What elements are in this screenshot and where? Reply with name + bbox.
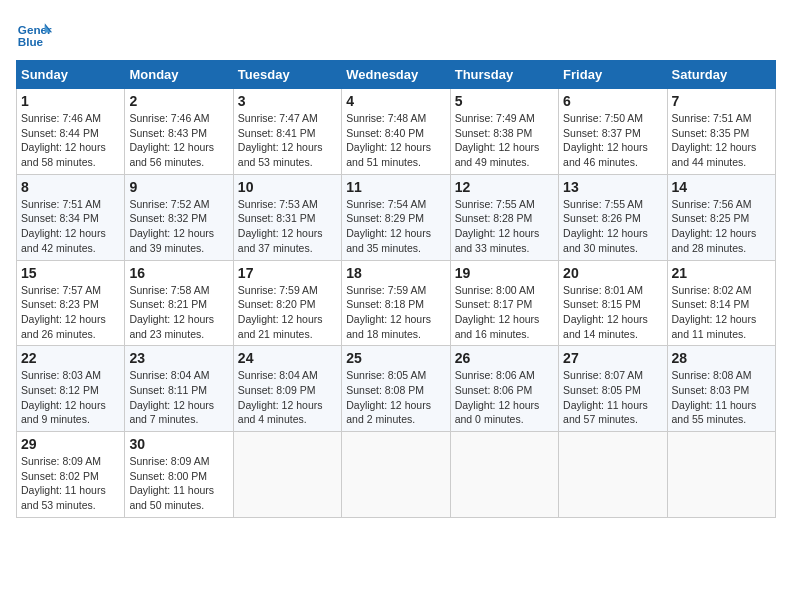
calendar-week-row: 22 Sunrise: 8:03 AM Sunset: 8:12 PM Dayl… [17, 346, 776, 432]
calendar-cell: 6 Sunrise: 7:50 AM Sunset: 8:37 PM Dayli… [559, 89, 667, 175]
calendar-cell [342, 432, 450, 518]
day-info: Sunrise: 7:51 AM Sunset: 8:34 PM Dayligh… [21, 197, 120, 256]
day-info: Sunrise: 7:50 AM Sunset: 8:37 PM Dayligh… [563, 111, 662, 170]
calendar-cell: 25 Sunrise: 8:05 AM Sunset: 8:08 PM Dayl… [342, 346, 450, 432]
calendar-cell: 15 Sunrise: 7:57 AM Sunset: 8:23 PM Dayl… [17, 260, 125, 346]
weekday-header-sunday: Sunday [17, 61, 125, 89]
weekday-header-friday: Friday [559, 61, 667, 89]
calendar-cell: 7 Sunrise: 7:51 AM Sunset: 8:35 PM Dayli… [667, 89, 775, 175]
day-number: 18 [346, 265, 445, 281]
calendar-cell: 19 Sunrise: 8:00 AM Sunset: 8:17 PM Dayl… [450, 260, 558, 346]
calendar-cell: 18 Sunrise: 7:59 AM Sunset: 8:18 PM Dayl… [342, 260, 450, 346]
day-info: Sunrise: 7:55 AM Sunset: 8:26 PM Dayligh… [563, 197, 662, 256]
day-number: 13 [563, 179, 662, 195]
calendar-cell: 11 Sunrise: 7:54 AM Sunset: 8:29 PM Dayl… [342, 174, 450, 260]
calendar-cell: 3 Sunrise: 7:47 AM Sunset: 8:41 PM Dayli… [233, 89, 341, 175]
calendar-cell: 10 Sunrise: 7:53 AM Sunset: 8:31 PM Dayl… [233, 174, 341, 260]
day-number: 5 [455, 93, 554, 109]
day-number: 28 [672, 350, 771, 366]
day-number: 30 [129, 436, 228, 452]
day-number: 15 [21, 265, 120, 281]
day-number: 22 [21, 350, 120, 366]
day-number: 1 [21, 93, 120, 109]
day-number: 20 [563, 265, 662, 281]
logo: General Blue [16, 16, 56, 52]
calendar-cell: 30 Sunrise: 8:09 AM Sunset: 8:00 PM Dayl… [125, 432, 233, 518]
calendar-cell: 12 Sunrise: 7:55 AM Sunset: 8:28 PM Dayl… [450, 174, 558, 260]
day-info: Sunrise: 7:46 AM Sunset: 8:43 PM Dayligh… [129, 111, 228, 170]
day-number: 11 [346, 179, 445, 195]
day-number: 2 [129, 93, 228, 109]
day-number: 10 [238, 179, 337, 195]
day-info: Sunrise: 8:04 AM Sunset: 8:09 PM Dayligh… [238, 368, 337, 427]
calendar-cell [450, 432, 558, 518]
day-number: 29 [21, 436, 120, 452]
calendar-cell [667, 432, 775, 518]
day-info: Sunrise: 7:56 AM Sunset: 8:25 PM Dayligh… [672, 197, 771, 256]
calendar-cell: 9 Sunrise: 7:52 AM Sunset: 8:32 PM Dayli… [125, 174, 233, 260]
day-info: Sunrise: 7:58 AM Sunset: 8:21 PM Dayligh… [129, 283, 228, 342]
day-number: 7 [672, 93, 771, 109]
calendar-cell: 2 Sunrise: 7:46 AM Sunset: 8:43 PM Dayli… [125, 89, 233, 175]
day-number: 16 [129, 265, 228, 281]
day-info: Sunrise: 7:59 AM Sunset: 8:20 PM Dayligh… [238, 283, 337, 342]
calendar-cell: 17 Sunrise: 7:59 AM Sunset: 8:20 PM Dayl… [233, 260, 341, 346]
day-number: 21 [672, 265, 771, 281]
page-header: General Blue [16, 16, 776, 52]
day-number: 25 [346, 350, 445, 366]
calendar-cell: 5 Sunrise: 7:49 AM Sunset: 8:38 PM Dayli… [450, 89, 558, 175]
day-number: 23 [129, 350, 228, 366]
calendar-cell: 8 Sunrise: 7:51 AM Sunset: 8:34 PM Dayli… [17, 174, 125, 260]
calendar-cell: 16 Sunrise: 7:58 AM Sunset: 8:21 PM Dayl… [125, 260, 233, 346]
day-info: Sunrise: 8:05 AM Sunset: 8:08 PM Dayligh… [346, 368, 445, 427]
day-info: Sunrise: 7:49 AM Sunset: 8:38 PM Dayligh… [455, 111, 554, 170]
day-number: 9 [129, 179, 228, 195]
day-info: Sunrise: 7:52 AM Sunset: 8:32 PM Dayligh… [129, 197, 228, 256]
calendar-cell: 23 Sunrise: 8:04 AM Sunset: 8:11 PM Dayl… [125, 346, 233, 432]
day-number: 8 [21, 179, 120, 195]
day-number: 26 [455, 350, 554, 366]
calendar-cell: 13 Sunrise: 7:55 AM Sunset: 8:26 PM Dayl… [559, 174, 667, 260]
weekday-header-saturday: Saturday [667, 61, 775, 89]
weekday-header-tuesday: Tuesday [233, 61, 341, 89]
day-number: 3 [238, 93, 337, 109]
calendar-cell: 22 Sunrise: 8:03 AM Sunset: 8:12 PM Dayl… [17, 346, 125, 432]
calendar-cell: 1 Sunrise: 7:46 AM Sunset: 8:44 PM Dayli… [17, 89, 125, 175]
day-info: Sunrise: 8:04 AM Sunset: 8:11 PM Dayligh… [129, 368, 228, 427]
day-info: Sunrise: 8:00 AM Sunset: 8:17 PM Dayligh… [455, 283, 554, 342]
day-info: Sunrise: 8:02 AM Sunset: 8:14 PM Dayligh… [672, 283, 771, 342]
weekday-header-thursday: Thursday [450, 61, 558, 89]
calendar-cell [233, 432, 341, 518]
calendar-week-row: 15 Sunrise: 7:57 AM Sunset: 8:23 PM Dayl… [17, 260, 776, 346]
calendar-cell: 14 Sunrise: 7:56 AM Sunset: 8:25 PM Dayl… [667, 174, 775, 260]
calendar-cell: 28 Sunrise: 8:08 AM Sunset: 8:03 PM Dayl… [667, 346, 775, 432]
day-info: Sunrise: 8:09 AM Sunset: 8:00 PM Dayligh… [129, 454, 228, 513]
calendar-cell: 24 Sunrise: 8:04 AM Sunset: 8:09 PM Dayl… [233, 346, 341, 432]
day-number: 24 [238, 350, 337, 366]
weekday-header-wednesday: Wednesday [342, 61, 450, 89]
calendar-cell [559, 432, 667, 518]
day-info: Sunrise: 8:01 AM Sunset: 8:15 PM Dayligh… [563, 283, 662, 342]
calendar-week-row: 1 Sunrise: 7:46 AM Sunset: 8:44 PM Dayli… [17, 89, 776, 175]
day-info: Sunrise: 7:57 AM Sunset: 8:23 PM Dayligh… [21, 283, 120, 342]
calendar-cell: 27 Sunrise: 8:07 AM Sunset: 8:05 PM Dayl… [559, 346, 667, 432]
day-info: Sunrise: 7:46 AM Sunset: 8:44 PM Dayligh… [21, 111, 120, 170]
day-info: Sunrise: 8:09 AM Sunset: 8:02 PM Dayligh… [21, 454, 120, 513]
day-number: 4 [346, 93, 445, 109]
day-number: 12 [455, 179, 554, 195]
day-info: Sunrise: 8:07 AM Sunset: 8:05 PM Dayligh… [563, 368, 662, 427]
day-number: 6 [563, 93, 662, 109]
day-info: Sunrise: 8:08 AM Sunset: 8:03 PM Dayligh… [672, 368, 771, 427]
day-info: Sunrise: 7:59 AM Sunset: 8:18 PM Dayligh… [346, 283, 445, 342]
day-info: Sunrise: 7:54 AM Sunset: 8:29 PM Dayligh… [346, 197, 445, 256]
calendar-cell: 4 Sunrise: 7:48 AM Sunset: 8:40 PM Dayli… [342, 89, 450, 175]
calendar-cell: 21 Sunrise: 8:02 AM Sunset: 8:14 PM Dayl… [667, 260, 775, 346]
day-number: 19 [455, 265, 554, 281]
day-info: Sunrise: 7:53 AM Sunset: 8:31 PM Dayligh… [238, 197, 337, 256]
weekday-header-monday: Monday [125, 61, 233, 89]
day-number: 17 [238, 265, 337, 281]
weekday-header-row: SundayMondayTuesdayWednesdayThursdayFrid… [17, 61, 776, 89]
calendar-cell: 29 Sunrise: 8:09 AM Sunset: 8:02 PM Dayl… [17, 432, 125, 518]
day-info: Sunrise: 7:51 AM Sunset: 8:35 PM Dayligh… [672, 111, 771, 170]
calendar-cell: 26 Sunrise: 8:06 AM Sunset: 8:06 PM Dayl… [450, 346, 558, 432]
